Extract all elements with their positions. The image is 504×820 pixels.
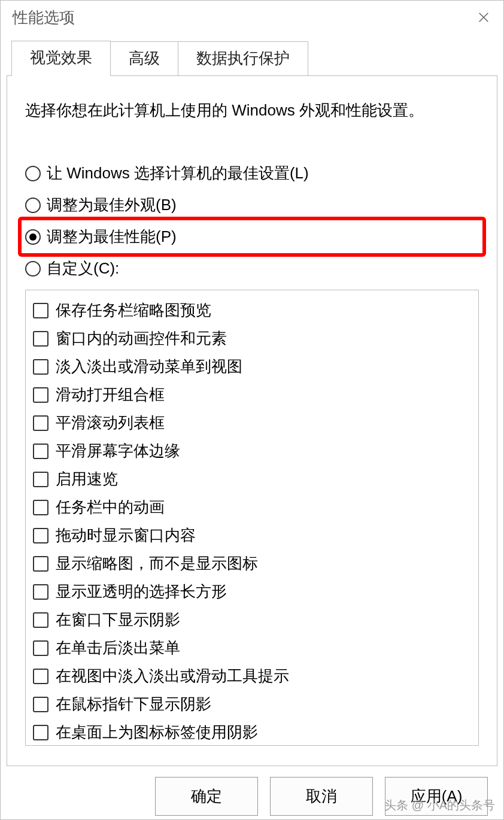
list-item[interactable]: 在单击后淡出菜单 — [33, 634, 471, 662]
list-item[interactable]: 在鼠标指针下显示阴影 — [33, 690, 471, 718]
list-item-label: 在桌面上为图标标签使用阴影 — [56, 722, 258, 743]
checkbox-icon — [33, 472, 48, 487]
radio-label: 自定义(C): — [47, 258, 119, 279]
checkbox-icon — [33, 387, 48, 403]
checkbox-icon — [33, 528, 48, 543]
list-item[interactable]: 平滑滚动列表框 — [33, 409, 471, 437]
list-item-label: 淡入淡出或滑动菜单到视图 — [56, 356, 242, 377]
radio-icon — [25, 229, 41, 245]
checkbox-icon — [33, 556, 48, 572]
list-item-label: 平滑滚动列表框 — [56, 412, 165, 433]
list-item[interactable]: 窗口内的动画控件和元素 — [33, 324, 471, 353]
cancel-button[interactable]: 取消 — [270, 777, 373, 816]
titlebar: 性能选项 — [1, 1, 503, 34]
checkbox-icon — [33, 697, 48, 712]
tab-visual-effects[interactable]: 视觉效果 — [11, 41, 111, 76]
list-item-label: 保存任务栏缩略图预览 — [56, 300, 211, 321]
tab-dep[interactable]: 数据执行保护 — [178, 41, 308, 76]
checkbox-icon — [33, 584, 48, 600]
close-icon[interactable] — [476, 10, 491, 25]
list-item-label: 在单击后淡出菜单 — [56, 637, 180, 658]
visual-effects-list[interactable]: 保存任务栏缩略图预览 窗口内的动画控件和元素 淡入淡出或滑动菜单到视图 滑动打开… — [25, 290, 479, 746]
list-item-label: 窗口内的动画控件和元素 — [56, 328, 227, 349]
list-item-label: 显示缩略图，而不是显示图标 — [56, 553, 258, 574]
ok-button[interactable]: 确定 — [155, 777, 258, 816]
list-item-label: 拖动时显示窗口内容 — [56, 525, 196, 546]
checkbox-icon — [33, 331, 48, 347]
radio-best-appearance[interactable]: 调整为最佳外观(B) — [25, 195, 479, 215]
checkbox-icon — [33, 669, 48, 684]
checkbox-icon — [33, 359, 48, 375]
radio-icon — [25, 166, 41, 181]
list-item[interactable]: 淡入淡出或滑动菜单到视图 — [33, 353, 471, 381]
dialog-body: 视觉效果 高级 数据执行保护 选择你想在此计算机上使用的 Windows 外观和… — [1, 34, 503, 819]
list-item[interactable]: 滑动打开组合框 — [33, 381, 471, 409]
list-item[interactable]: 保存任务栏缩略图预览 — [33, 296, 471, 324]
list-item-label: 任务栏中的动画 — [56, 497, 165, 518]
list-item[interactable]: 拖动时显示窗口内容 — [33, 521, 471, 549]
description-text: 选择你想在此计算机上使用的 Windows 外观和性能设置。 — [25, 100, 479, 121]
list-item-label: 显示亚透明的选择长方形 — [56, 581, 227, 602]
radio-icon — [25, 261, 41, 277]
radio-label: 调整为最佳性能(P) — [47, 226, 177, 247]
checkbox-icon — [33, 303, 48, 318]
tab-panel-visual-effects: 选择你想在此计算机上使用的 Windows 外观和性能设置。 让 Windows… — [7, 75, 497, 766]
radio-label: 让 Windows 选择计算机的最佳设置(L) — [47, 163, 309, 184]
checkbox-icon — [33, 640, 48, 656]
list-item[interactable]: 在视图中淡入淡出或滑动工具提示 — [33, 662, 471, 690]
list-item-label: 启用速览 — [56, 469, 118, 490]
checkbox-icon — [33, 415, 48, 431]
watermark-text: 头条 @ 小A的头条号 — [384, 797, 495, 813]
tab-bar: 视觉效果 高级 数据执行保护 — [11, 40, 497, 75]
list-item-label: 滑动打开组合框 — [56, 384, 165, 405]
performance-options-dialog: 性能选项 视觉效果 高级 数据执行保护 选择你想在此计算机上使用的 Window… — [0, 0, 504, 820]
radio-group: 让 Windows 选择计算机的最佳设置(L) 调整为最佳外观(B) 调整为最佳… — [25, 163, 479, 279]
list-item-label: 在鼠标指针下显示阴影 — [56, 694, 211, 715]
list-item-label: 平滑屏幕字体边缘 — [56, 441, 180, 461]
window-title: 性能选项 — [13, 7, 75, 28]
list-item[interactable]: 显示缩略图，而不是显示图标 — [33, 549, 471, 578]
radio-let-windows-choose[interactable]: 让 Windows 选择计算机的最佳设置(L) — [25, 163, 479, 184]
list-item-label: 在窗口下显示阴影 — [56, 609, 180, 630]
radio-best-performance[interactable]: 调整为最佳性能(P) — [18, 217, 486, 257]
checkbox-icon — [33, 612, 48, 628]
checkbox-icon — [33, 500, 48, 515]
list-item[interactable]: 在窗口下显示阴影 — [33, 606, 471, 634]
list-item[interactable]: 平滑屏幕字体边缘 — [33, 437, 471, 465]
radio-icon — [25, 198, 41, 213]
list-item[interactable]: 显示亚透明的选择长方形 — [33, 578, 471, 606]
checkbox-icon — [33, 444, 48, 459]
list-item[interactable]: 启用速览 — [33, 465, 471, 493]
checkbox-icon — [33, 725, 48, 740]
radio-label: 调整为最佳外观(B) — [47, 195, 177, 215]
tab-advanced[interactable]: 高级 — [110, 41, 178, 76]
list-item[interactable]: 任务栏中的动画 — [33, 493, 471, 521]
radio-custom[interactable]: 自定义(C): — [25, 258, 479, 279]
list-item[interactable]: 在桌面上为图标标签使用阴影 — [33, 718, 471, 746]
list-item-label: 在视图中淡入淡出或滑动工具提示 — [56, 666, 289, 687]
